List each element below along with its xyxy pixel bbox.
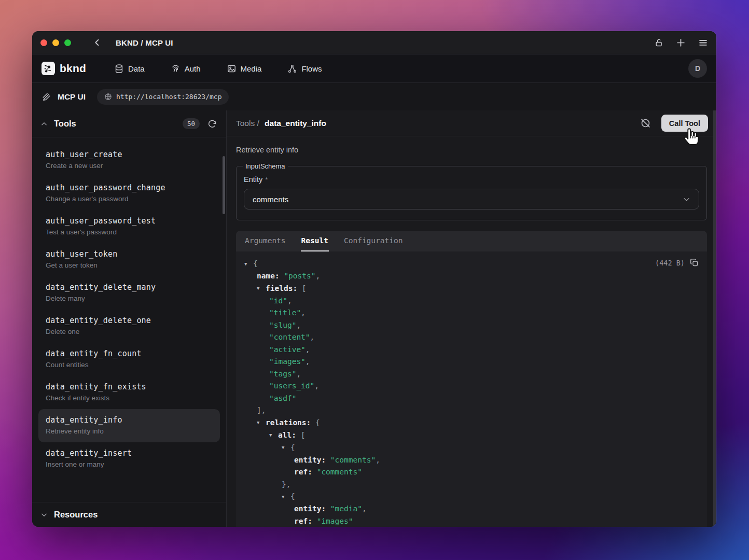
- json-line: ▼relations: {: [244, 417, 699, 429]
- tool-name: auth_user_password_test: [46, 216, 213, 226]
- json-line: entity: "media",: [244, 503, 699, 515]
- circle-slash-icon[interactable]: [640, 118, 651, 129]
- copy-icon[interactable]: [690, 258, 699, 267]
- tools-section-title: Tools: [54, 119, 76, 129]
- resources-section-title: Resources: [54, 510, 98, 520]
- tool-list-item[interactable]: auth_user_create Create a new user: [38, 144, 220, 177]
- resources-section-header[interactable]: Resources: [32, 502, 226, 527]
- brand[interactable]: bknd: [41, 62, 86, 75]
- tool-list-item[interactable]: data_entity_delete_one Delete one: [38, 310, 220, 343]
- brand-name: bknd: [60, 62, 86, 75]
- menu-icon[interactable]: [698, 38, 708, 48]
- close-window-button[interactable]: [40, 39, 47, 46]
- tool-detail-header: Tools / data_entity_info Call Tool: [227, 110, 716, 136]
- result-card: Arguments Result Configuration (442 B) ▼…: [236, 231, 707, 527]
- tool-name: auth_user_password_change: [46, 183, 213, 192]
- tools-count-badge: 50: [183, 118, 200, 129]
- minimize-window-button[interactable]: [52, 39, 59, 46]
- chevron-up-icon: [40, 120, 48, 128]
- json-line: "title",: [244, 307, 699, 319]
- collapse-triangle-icon[interactable]: ▼: [257, 417, 266, 429]
- collapse-triangle-icon[interactable]: ▼: [257, 283, 266, 295]
- main-pane: Tools / data_entity_info Call Tool Retri…: [227, 110, 716, 527]
- tool-description: Delete one: [46, 328, 213, 335]
- tools-section-header[interactable]: Tools 50: [32, 110, 226, 137]
- nav-item-label: Media: [241, 64, 262, 73]
- tool-name: data_entity_fn_exists: [46, 382, 213, 391]
- mcp-toolbar: MCP UI http://localhost:28623/mcp: [32, 82, 716, 110]
- result-meta: (442 B): [655, 258, 699, 267]
- collapse-triangle-icon[interactable]: ▼: [282, 491, 290, 503]
- tool-list-item[interactable]: data_entity_insert Insert one or many: [38, 442, 220, 475]
- tool-list-item[interactable]: data_entity_info Retrieve entity info: [38, 409, 220, 442]
- collapse-triangle-icon[interactable]: ▼: [269, 429, 278, 442]
- app-navbar: bknd Data Auth Media Flows D: [32, 54, 716, 82]
- mcp-page-title: MCP UI: [58, 92, 86, 102]
- nav-item-media[interactable]: Media: [227, 64, 262, 74]
- tool-list-item[interactable]: auth_user_password_change Change a user'…: [38, 177, 220, 210]
- json-line: ▼{: [244, 258, 699, 270]
- mcp-icon: [41, 92, 51, 102]
- json-line: },: [244, 479, 699, 491]
- user-avatar[interactable]: D: [688, 59, 707, 78]
- tool-list-item[interactable]: data_entity_fn_count Count entities: [38, 343, 220, 376]
- entity-select[interactable]: comments: [244, 189, 699, 209]
- tool-name: data_entity_delete_many: [46, 283, 213, 292]
- breadcrumb-section[interactable]: Tools: [236, 119, 255, 128]
- nav-item-data[interactable]: Data: [114, 64, 145, 74]
- json-line: "id",: [244, 295, 699, 307]
- tool-list-item[interactable]: auth_user_password_test Test a user's pa…: [38, 210, 220, 243]
- mcp-url-pill[interactable]: http://localhost:28623/mcp: [97, 89, 229, 105]
- json-viewer: ▼{name: "posts",▼fields: ["id","title","…: [244, 258, 699, 527]
- json-line: ▼fields: [: [244, 283, 699, 295]
- tool-list-item[interactable]: auth_user_token Get a user token: [38, 243, 220, 276]
- input-schema-legend: InputSchema: [243, 162, 288, 170]
- refresh-icon[interactable]: [207, 119, 217, 129]
- back-button[interactable]: [93, 38, 102, 47]
- main-scrollbar[interactable]: [713, 110, 716, 527]
- call-tool-button[interactable]: Call Tool: [661, 115, 708, 132]
- tab-arguments[interactable]: Arguments: [244, 231, 286, 251]
- database-icon: [114, 64, 124, 74]
- required-mark: *: [265, 176, 268, 184]
- json-line: "content",: [244, 331, 699, 344]
- json-line: ref: "comments": [244, 466, 699, 479]
- plus-icon[interactable]: [676, 38, 686, 48]
- image-icon: [227, 64, 237, 74]
- window-title: BKND / MCP UI: [116, 38, 173, 47]
- nav-item-flows[interactable]: Flows: [287, 64, 322, 74]
- json-line: name: "posts",: [244, 270, 699, 283]
- breadcrumb-current: data_entity_info: [265, 119, 326, 128]
- traffic-lights: [40, 39, 71, 46]
- json-line: ],: [244, 404, 699, 417]
- tool-list-item[interactable]: data_entity_delete_many Delete many: [38, 276, 220, 310]
- json-line: "tags",: [244, 368, 699, 381]
- sidebar-scrollbar-thumb[interactable]: [223, 156, 225, 214]
- nav-item-label: Flows: [301, 64, 322, 73]
- collapse-triangle-icon[interactable]: ▼: [282, 442, 290, 454]
- tool-name: data_entity_fn_count: [46, 349, 213, 358]
- chevron-down-icon: [40, 511, 48, 519]
- lock-open-icon[interactable]: [655, 38, 663, 48]
- json-line: ▼{: [244, 491, 699, 503]
- result-tabs: Arguments Result Configuration: [236, 231, 707, 251]
- tool-list-item[interactable]: data_entity_fn_exists Check if entity ex…: [38, 376, 220, 409]
- tool-name: data_entity_delete_one: [46, 316, 213, 325]
- entity-select-value: comments: [253, 195, 288, 204]
- collapse-triangle-icon[interactable]: ▼: [244, 258, 253, 271]
- tool-description: Retrieve entity info: [236, 146, 707, 154]
- nav-item-auth[interactable]: Auth: [171, 64, 201, 74]
- app-window: BKND / MCP UI bknd Data Auth: [32, 31, 716, 527]
- tab-configuration[interactable]: Configuration: [343, 231, 404, 251]
- nav-item-label: Auth: [185, 64, 201, 73]
- json-line: "users_id",: [244, 380, 699, 393]
- json-line: "active",: [244, 344, 699, 356]
- tool-description: Check if entity exists: [46, 394, 213, 402]
- tool-description: Create a new user: [46, 162, 213, 170]
- tool-description: Delete many: [46, 295, 213, 302]
- zoom-window-button[interactable]: [64, 39, 71, 46]
- tab-result[interactable]: Result: [301, 231, 329, 251]
- nav-items: Data Auth Media Flows: [114, 64, 322, 74]
- bknd-logo-icon: [41, 62, 55, 75]
- json-line: ▼{: [244, 442, 699, 454]
